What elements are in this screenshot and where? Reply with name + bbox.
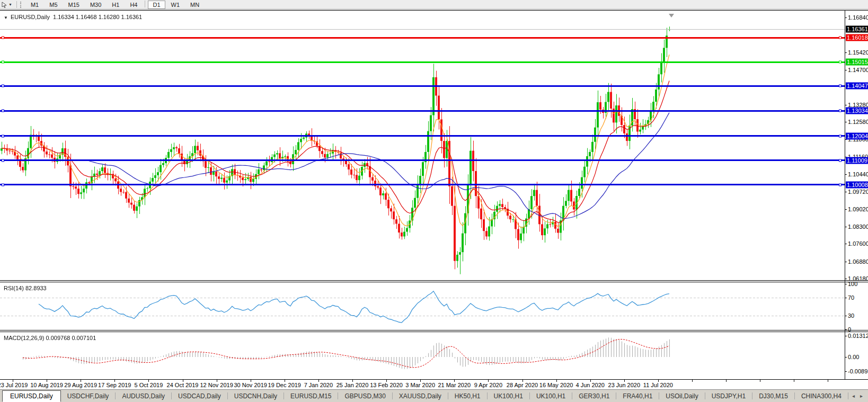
hline-handle[interactable]: [2, 159, 4, 162]
timeframe-button-w1[interactable]: W1: [166, 1, 185, 9]
macd-indicator-panel: MACD(12,26,9) 0.009768 0.007101: [0, 332, 868, 380]
timeframe-button-d1[interactable]: D1: [148, 1, 165, 9]
date-axis-label: 23 Jun 2020: [608, 382, 641, 388]
hline-resistance-green[interactable]: [0, 61, 845, 63]
price-axis-label: 1.14700: [848, 67, 868, 73]
timeframe-button-m1[interactable]: M1: [26, 1, 43, 9]
rsi-canvas[interactable]: [0, 282, 845, 330]
price-chart-panel: ▼EURUSD,Daily 1.16334 1.16468 1.16280 1.…: [0, 10, 868, 281]
date-axis-label: 5 Oct 2019: [134, 382, 163, 388]
hline-handle[interactable]: [839, 85, 842, 87]
hline-handle[interactable]: [2, 61, 4, 64]
chart-tab-usdcad-daily[interactable]: USDCAD,Daily: [172, 391, 227, 401]
date-axis-label: 29 Aug 2019: [64, 382, 97, 388]
date-axis-label: 30 Nov 2019: [234, 382, 267, 388]
hline-handle[interactable]: [839, 61, 842, 64]
price-axis-tick: [845, 279, 847, 279]
tab-separator: [848, 392, 848, 399]
chart-tab-ger30-h1[interactable]: GER30,H1: [572, 391, 616, 401]
date-axis-tick: [794, 380, 794, 382]
hline-handle[interactable]: [839, 135, 842, 137]
timeframe-button-h1[interactable]: H1: [107, 1, 124, 9]
price-chart-canvas[interactable]: [0, 11, 845, 280]
price-axis-label: 1.09720: [848, 189, 868, 195]
hline-handle[interactable]: [839, 37, 842, 39]
price-axis-tick: [845, 105, 847, 105]
date-axis[interactable]: 23 Jul 201910 Aug 201929 Aug 201917 Sep …: [0, 380, 868, 389]
chart-tab-hk50-h1[interactable]: HK50,H1: [448, 391, 487, 401]
chart-tab-eurusd-daily[interactable]: EURUSD,Daily: [2, 390, 61, 402]
chart-tab-eurusd-m15[interactable]: EURUSD,M15: [284, 391, 338, 401]
cursor-tool-icon[interactable]: [1, 2, 7, 8]
date-axis-label: 28 Apr 2020: [507, 382, 538, 388]
chart-tab-dj30-m15[interactable]: DJ30,M15: [752, 391, 794, 401]
chart-tab-fra40-h1[interactable]: FRA40,H1: [616, 391, 659, 401]
chart-title: ▼EURUSD,Daily 1.16334 1.16468 1.16280 1.…: [4, 14, 142, 20]
hline-level-blue[interactable]: [0, 85, 845, 87]
chart-tab-xauusd-daily[interactable]: XAUUSD,Daily: [393, 391, 448, 401]
hline-level-blue[interactable]: [0, 184, 845, 185]
chart-collapse-icon[interactable]: ▼: [4, 15, 8, 20]
hline-level-blue[interactable]: [0, 135, 845, 137]
hline-handle[interactable]: [2, 135, 4, 137]
price-axis-border: [845, 10, 845, 380]
price-badge: 1.12004: [846, 132, 868, 139]
rsi-axis-label: 100: [848, 281, 857, 287]
date-axis-label: 4 Jun 2020: [575, 382, 604, 388]
date-axis-label: 17 Sep 2019: [98, 382, 131, 388]
macd-axis-label: -0.008933: [848, 368, 868, 374]
timeframe-button-m15[interactable]: M15: [64, 1, 84, 9]
hline-resistance-red[interactable]: [0, 37, 845, 39]
chart-tab-usdcnh-daily[interactable]: USDCNH,Daily: [228, 391, 284, 401]
chart-tab-china300-h4[interactable]: CHINA300,H4: [795, 391, 848, 401]
macd-axis-tick: [845, 371, 847, 372]
chart-tab-usoil-daily[interactable]: USOil,Daily: [659, 391, 704, 401]
hline-handle[interactable]: [2, 85, 4, 87]
date-axis-label: 3 Mar 2020: [405, 382, 435, 388]
timeframe-button-m30[interactable]: M30: [85, 1, 106, 9]
chart-tab-uk100-h1[interactable]: UK100,H1: [488, 391, 529, 401]
hline-handle[interactable]: [839, 159, 842, 162]
date-axis-tick: [828, 380, 828, 382]
chart-tab-uk100-h1[interactable]: UK100,H1: [530, 391, 572, 401]
timeframe-button-mn[interactable]: MN: [185, 1, 204, 9]
tab-scroll-left-icon[interactable]: ◂: [852, 393, 855, 399]
chart-tab-usdchf-daily[interactable]: USDCHF,Daily: [61, 391, 116, 401]
date-axis-label: 11 Jul 2020: [643, 382, 673, 388]
timeframe-button-m5[interactable]: M5: [45, 1, 62, 9]
tab-scroll-right-icon[interactable]: ▸: [860, 393, 863, 399]
chart-tab-gbpusd-m30[interactable]: GBPUSD,M30: [338, 391, 392, 401]
chart-shift-marker[interactable]: [669, 14, 674, 17]
date-axis-tick: [692, 380, 693, 382]
price-badge: 1.16361: [846, 26, 868, 33]
price-axis-label: 1.07600: [848, 240, 868, 247]
hline-handle[interactable]: [2, 110, 4, 112]
chart-symbol-label: EURUSD,Daily: [11, 14, 50, 20]
date-axis-label: 19 Dec 2019: [268, 382, 301, 388]
toolbar-grip[interactable]: [20, 2, 23, 8]
macd-canvas[interactable]: [0, 332, 845, 379]
chart-ohlc-values: 1.16334 1.16468 1.16280 1.16361: [53, 14, 142, 20]
price-axis-tick: [845, 227, 847, 227]
chart-tab-usdjpy-h1[interactable]: USDJPY,H1: [705, 391, 752, 401]
macd-axis-label: 0.013121: [848, 333, 868, 339]
macd-axis-tick: [845, 357, 847, 358]
price-axis-label: 1.08300: [848, 224, 868, 230]
price-axis-tick: [845, 262, 847, 262]
price-axis-label: 1.15420: [848, 49, 868, 56]
price-axis-tick: [845, 122, 847, 122]
hline-handle[interactable]: [2, 183, 4, 186]
timeframe-button-h4[interactable]: H4: [125, 1, 142, 9]
date-axis-label: 12 Nov 2019: [200, 382, 233, 388]
hline-handle[interactable]: [2, 37, 4, 39]
chart-tab-audusd-daily[interactable]: AUDUSD,Daily: [116, 391, 171, 401]
hline-current-price[interactable]: [0, 29, 845, 30]
hline-handle[interactable]: [839, 183, 842, 186]
price-badge: 1.15015: [846, 59, 868, 66]
hline-level-blue[interactable]: [0, 159, 845, 161]
tool-dropdown-caret[interactable]: ▼: [8, 3, 12, 6]
hline-handle[interactable]: [839, 110, 842, 112]
hline-level-blue[interactable]: [0, 110, 845, 112]
timeframe-toolbar: ▼ M1M5M15M30H1H4D1W1MN: [0, 0, 868, 10]
timeframe-buttons: M1M5M15M30H1H4D1W1MN: [25, 1, 205, 9]
